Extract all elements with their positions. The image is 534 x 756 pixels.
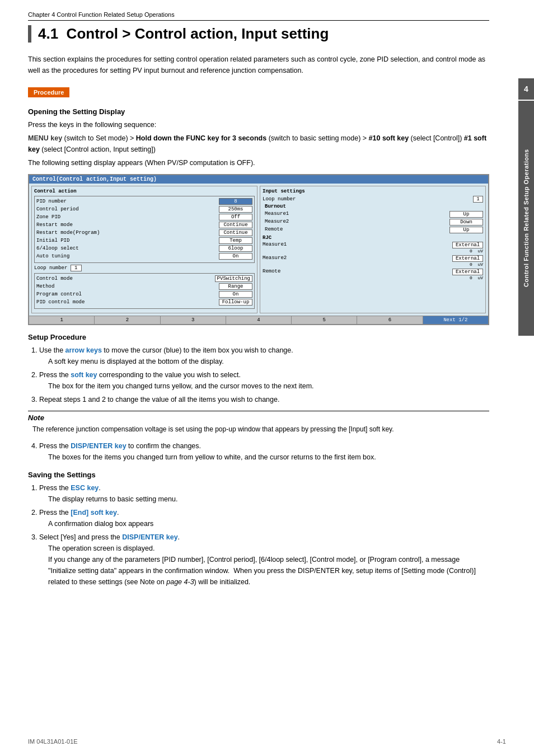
setup-procedure-heading: Setup Procedure — [28, 333, 489, 341]
loop-number-box: 1 — [71, 265, 82, 271]
rjc-measure1-row: Measure1 External 0 uV — [263, 242, 483, 253]
burnout-title: Burnout — [265, 204, 483, 209]
saving-step-2-sub: A confirmation dialog box appears — [48, 518, 489, 529]
method-row: Method Range — [36, 283, 252, 290]
saving-step-1: Press the ESC key. The display returns t… — [39, 482, 489, 505]
control-period-label: Control period — [36, 206, 79, 212]
saving-step-2: Press the [End] soft key. A confirmation… — [39, 507, 489, 529]
display-right-panel: Input settings Loop number 1 Burnout Mea… — [260, 186, 486, 313]
press-keys-text: Press the keys in the following sequence… — [28, 119, 489, 130]
section-title: 4.1 Control > Control action, Input sett… — [28, 25, 489, 43]
rjc-title: RJC — [263, 235, 483, 241]
disp-enter-key2-label: DISP/ENTER key — [122, 533, 177, 541]
saving-heading: Saving the Settings — [28, 471, 489, 479]
burnout-measure1-value: Up — [449, 211, 483, 218]
control-mode-label: Control mode — [36, 276, 73, 281]
intro-text: This section explains the procedures for… — [28, 54, 489, 76]
rjc-measure2-uv: 0 uV — [470, 262, 483, 267]
control-period-row: Control period 250ms — [36, 206, 252, 213]
saving-step-3: Select [Yes] and press the DISP/ENTER ke… — [39, 532, 489, 588]
control-mode-value: PVSwitching — [215, 275, 252, 282]
setup-step-3: Repeat steps 1 and 2 to change the value… — [39, 394, 489, 405]
softkey-3[interactable]: 3 — [161, 316, 226, 324]
auto-tuning-label: Auto tuning — [36, 253, 69, 259]
rjc-measure1-ext: External — [452, 242, 483, 248]
saving-step-3-sub1: The operation screen is displayed. — [48, 543, 489, 554]
note-box: Note The reference junction compensation… — [28, 411, 489, 435]
program-control-label: Program control — [36, 292, 82, 297]
burnout-measure2-label: Measure2 — [265, 219, 289, 226]
burnout-measure2-value: Down — [449, 219, 483, 226]
setup-steps: Use the arrow keys to move the cursor (b… — [39, 345, 489, 405]
disp-enter-key-label: DISP/ENTER key — [71, 442, 126, 450]
loop-number-row: Loop number 1 — [34, 265, 255, 271]
loop-select-label: 6/4loop select — [36, 246, 79, 251]
loop-select-row: 6/4loop select 6loop — [36, 245, 252, 252]
control-period-value: 250ms — [219, 206, 252, 213]
burnout-measure1-label: Measure1 — [265, 211, 289, 218]
footer-left: IM 04L31A01-01E — [28, 738, 78, 745]
pid-number-row: PID number 8 — [36, 198, 252, 205]
section-number: 4.1 — [38, 25, 58, 42]
note-text: The reference junction compensation volt… — [32, 424, 489, 435]
burnout-remote-value: Up — [449, 227, 483, 233]
side-tab: Control Function Related Setup Operation… — [518, 101, 534, 336]
softkey-next[interactable]: Next 1/2 — [423, 316, 488, 324]
pid-number-value: 8 — [219, 198, 252, 205]
rjc-measure2-ext: External — [452, 255, 483, 262]
step-4-sub: The boxes for the items you changed turn… — [48, 452, 489, 463]
setup-step-1-sub: A soft key menu is displayed at the bott… — [48, 356, 489, 367]
chapter-header: Chapter 4 Control Function Related Setup… — [28, 11, 489, 21]
display-caption: The following setting display appears (W… — [28, 157, 489, 168]
end-key-label: [End] soft key — [71, 509, 117, 516]
pid-number-label: PID number — [36, 199, 67, 204]
rjc-remote-row: Remote External 0 uV — [263, 269, 483, 280]
rjc-measure1-uv: 0 uV — [470, 248, 483, 253]
burnout-measure2-row: Measure2 Down — [265, 219, 483, 226]
restart-mode-label: Restart mode — [36, 222, 73, 228]
rjc-measure1-vals: External 0 uV — [452, 242, 483, 253]
procedure-badge: Procedure — [28, 87, 69, 97]
burnout-remote-row: Remote Up — [265, 227, 483, 233]
soft10-desc: (select [Control]) — [409, 134, 464, 142]
saving-step-3-sub2: If you change any of the parameters [PID… — [48, 554, 489, 588]
side-tab-text: Control Function Related Setup Operation… — [523, 149, 530, 288]
pid-control-mode-row: PID control mode Follow-up — [36, 299, 252, 306]
setup-step-2: Press the soft key corresponding to the … — [39, 369, 489, 392]
softkey-6[interactable]: 6 — [357, 316, 423, 324]
rjc-remote-label: Remote — [263, 269, 280, 274]
restart-mode-row: Restart mode Continue — [36, 222, 252, 228]
soft10-label: #10 soft key — [369, 134, 409, 142]
program-control-row: Program control On — [36, 291, 252, 298]
esc-key-label: ESC key — [71, 484, 99, 492]
pid-control-mode-value: Follow-up — [219, 299, 252, 306]
right-loop-value: 1 — [473, 196, 483, 203]
display-title: Control(Control action,Input setting) — [32, 176, 157, 182]
soft-key-label: soft key — [71, 371, 97, 379]
control-action-group: PID number 8 Control period 250ms Zone P… — [34, 196, 255, 263]
saving-step-1-sub: The display returns to basic setting men… — [48, 494, 489, 505]
rjc-remote-vals: External 0 uV — [452, 269, 483, 280]
method-label: Method — [36, 284, 54, 289]
zone-pid-label: Zone PID — [36, 214, 60, 220]
softkey-2[interactable]: 2 — [95, 316, 160, 324]
step-4: Press the DISP/ENTER key to confirm the … — [39, 440, 489, 463]
menu-desc: (switch to Set mode) > — [62, 134, 136, 142]
rjc-remote-uv: 0 uV — [470, 275, 483, 280]
opening-display-heading: Opening the Setting Display — [28, 107, 489, 116]
menu-key-label: MENU key — [28, 134, 62, 142]
setup-step-1: Use the arrow keys to move the cursor (b… — [39, 345, 489, 367]
rjc-measure2-label: Measure2 — [263, 255, 287, 261]
restart-program-row: Restart mode(Program) Continue — [36, 229, 252, 236]
chapter-label: Chapter 4 Control Function Related Setup… — [28, 11, 175, 18]
zone-pid-row: Zone PID Off — [36, 214, 252, 220]
bottom-control-group: Control mode PVSwitching Method Range Pr… — [34, 273, 255, 309]
saving-steps: Press the ESC key. The display returns t… — [39, 482, 489, 588]
auto-tuning-value: On — [219, 253, 252, 260]
softkey-4[interactable]: 4 — [226, 316, 292, 324]
softkey-1[interactable]: 1 — [29, 316, 95, 324]
step4-list: Press the DISP/ENTER key to confirm the … — [39, 440, 489, 463]
side-chapter-number: 4 — [518, 78, 534, 100]
section-heading: Control > Control action, Input setting — [67, 25, 329, 42]
softkey-5[interactable]: 5 — [292, 316, 357, 324]
